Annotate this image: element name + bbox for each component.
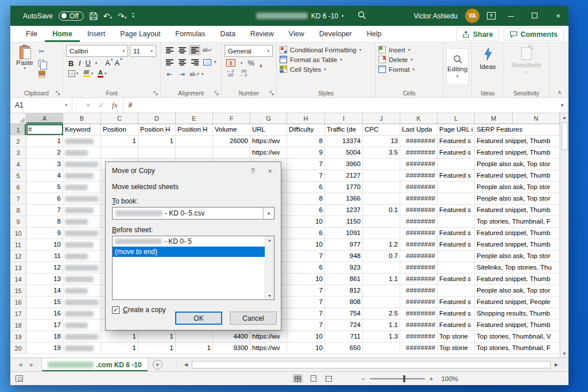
cell[interactable]: Featured s (438, 170, 475, 181)
autosave-toggle[interactable]: Off (59, 11, 84, 21)
page-break-view-button[interactable] (324, 374, 334, 383)
cell[interactable]: Featured s (438, 297, 475, 308)
ideas-lightning-icon[interactable] (483, 47, 493, 61)
chevron-down-icon[interactable]: ▼ (263, 207, 274, 219)
cell[interactable]: Featured s (438, 147, 475, 158)
column-header[interactable]: L (438, 113, 475, 124)
cell[interactable]: 9 (26, 228, 63, 239)
cell[interactable]: 7 (26, 205, 63, 216)
cell[interactable]: Featured snippet, Thumb (475, 228, 513, 239)
borders-button[interactable]: ▾ (68, 70, 79, 77)
cell[interactable] (438, 216, 475, 227)
horizontal-scrollbar[interactable]: ⋮ ◀ ▶ (174, 360, 560, 370)
zoom-slider[interactable] (370, 378, 425, 379)
row-header[interactable]: 7 (10, 193, 26, 204)
cell[interactable]: 650 (325, 343, 363, 353)
cell[interactable]: 808 (325, 297, 363, 308)
cell-keyword-redacted[interactable] (63, 170, 101, 181)
cell[interactable]: 2.5 (363, 308, 400, 319)
cell[interactable]: ######## (400, 285, 438, 296)
cell[interactable]: ######## (400, 297, 438, 308)
next-sheet-icon[interactable]: ▶ (30, 362, 33, 367)
cell[interactable] (438, 159, 475, 170)
zoom-level[interactable]: 100% (441, 375, 464, 382)
cell[interactable]: 8 (26, 216, 63, 227)
cell[interactable]: 7 (287, 170, 325, 181)
scroll-up-icon[interactable]: ▲ (562, 113, 567, 121)
ribbon-tab[interactable]: Formulas (168, 26, 212, 42)
cell[interactable] (363, 159, 400, 170)
number-dialog-launcher-icon[interactable] (269, 91, 274, 96)
cell[interactable]: ######## (400, 331, 438, 342)
format-cells-button[interactable]: Format▾ (378, 66, 440, 73)
cell[interactable]: Page URL i (438, 124, 475, 135)
cell[interactable]: 1 (26, 136, 63, 147)
percent-style-button[interactable]: % (248, 59, 255, 67)
cell[interactable]: 6 (287, 262, 325, 273)
cell[interactable]: 2127 (325, 170, 363, 181)
cell[interactable]: Volume (213, 124, 250, 135)
cell[interactable]: 1.3 (363, 331, 400, 342)
cell[interactable]: 17 (26, 320, 63, 330)
cell[interactable] (438, 182, 475, 193)
cell[interactable]: 1 (101, 343, 138, 353)
column-header[interactable]: B (63, 113, 101, 124)
ribbon-tab[interactable]: Developer (312, 26, 359, 42)
cell[interactable]: ######## (400, 170, 438, 181)
cell[interactable] (213, 147, 250, 158)
cell[interactable] (363, 285, 400, 296)
underline-button[interactable]: U (86, 59, 91, 67)
align-middle-button[interactable] (176, 45, 188, 55)
cell-keyword-redacted[interactable] (63, 285, 101, 296)
cell[interactable]: ######## (400, 228, 438, 239)
accounting-format-icon[interactable]: $ (226, 59, 235, 67)
cell[interactable] (138, 147, 176, 158)
cell-keyword-redacted[interactable] (63, 147, 101, 158)
cell[interactable]: ######## (400, 251, 438, 262)
row-header[interactable]: 14 (10, 274, 26, 285)
align-center-button[interactable] (176, 57, 188, 67)
macro-record-icon[interactable] (16, 375, 23, 382)
cell[interactable] (363, 170, 400, 181)
insert-cells-button[interactable]: Insert▾ (378, 46, 440, 53)
row-header[interactable]: 6 (10, 182, 26, 193)
cell[interactable]: Top stories, Thumbnail, V (475, 331, 513, 342)
select-all-corner[interactable] (10, 113, 26, 124)
cell[interactable]: ######## (400, 205, 438, 216)
cell[interactable]: 1770 (325, 182, 363, 193)
cell[interactable]: 12 (26, 262, 63, 273)
cell[interactable] (438, 262, 475, 273)
cell[interactable]: 7 (287, 251, 325, 262)
ribbon-tab[interactable]: View (281, 26, 312, 42)
cell[interactable]: ######## (400, 216, 438, 227)
cell[interactable]: Featured s (438, 274, 475, 285)
number-format-select[interactable]: General▾ (225, 45, 273, 57)
cancel-entry-icon[interactable]: × (86, 101, 90, 109)
column-header[interactable]: H (287, 113, 325, 124)
cell[interactable]: 3960 (325, 159, 363, 170)
cell[interactable] (438, 285, 475, 296)
comma-style-button[interactable]: , (260, 61, 262, 66)
share-button[interactable]: Share (457, 28, 500, 41)
column-header[interactable]: K (400, 113, 438, 124)
cell[interactable]: 6 (287, 182, 325, 193)
maximize-button[interactable] (527, 11, 543, 20)
ribbon-tab[interactable]: Help (359, 26, 389, 42)
cell[interactable] (176, 136, 213, 147)
cell[interactable]: Position H (138, 124, 176, 135)
decrease-indent-button[interactable]: ⇤ (164, 69, 175, 79)
cell[interactable]: ######## (400, 136, 438, 147)
scroll-left-icon[interactable]: ◀ (183, 362, 189, 367)
cell[interactable]: ######## (400, 320, 438, 330)
save-icon[interactable] (90, 12, 98, 20)
ribbon-tab[interactable]: Review (243, 26, 281, 42)
customize-qat-icon[interactable]: ▾ (132, 13, 134, 19)
cell[interactable]: 861 (325, 274, 363, 285)
cell[interactable]: 1 (138, 343, 176, 353)
row-header[interactable]: 17 (10, 308, 26, 319)
cell[interactable]: Featured snippet, Thumb (475, 136, 513, 147)
row-header[interactable]: 15 (10, 285, 26, 296)
cell[interactable]: 754 (325, 308, 363, 319)
cell[interactable]: 13374 (325, 136, 363, 147)
active-sheet-tab[interactable]: .com KD 6 -10 (41, 358, 148, 371)
